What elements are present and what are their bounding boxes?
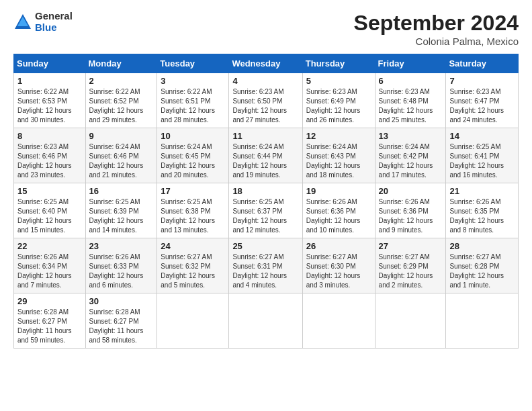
calendar-cell: 26Sunrise: 6:27 AM Sunset: 6:30 PM Dayli… (302, 238, 375, 293)
calendar-cell (446, 293, 519, 349)
day-number: 9 (89, 131, 154, 141)
day-number: 18 (232, 186, 298, 196)
calendar-cell: 11Sunrise: 6:24 AM Sunset: 6:44 PM Dayli… (229, 128, 302, 183)
day-info: Sunrise: 6:25 AM Sunset: 6:39 PM Dayligh… (89, 197, 154, 235)
day-number: 14 (449, 131, 515, 141)
calendar-cell: 22Sunrise: 6:26 AM Sunset: 6:34 PM Dayli… (14, 238, 86, 293)
calendar-cell: 6Sunrise: 6:23 AM Sunset: 6:48 PM Daylig… (375, 73, 446, 128)
day-number: 11 (232, 131, 298, 141)
calendar-cell: 18Sunrise: 6:25 AM Sunset: 6:37 PM Dayli… (229, 183, 302, 238)
day-info: Sunrise: 6:24 AM Sunset: 6:44 PM Dayligh… (232, 142, 298, 180)
title-block: September 2024 Colonia Palma, Mexico (354, 11, 519, 47)
day-info: Sunrise: 6:24 AM Sunset: 6:46 PM Dayligh… (89, 142, 154, 180)
header-tuesday: Tuesday (157, 54, 229, 73)
header-monday: Monday (85, 54, 157, 73)
calendar-cell: 27Sunrise: 6:27 AM Sunset: 6:29 PM Dayli… (375, 238, 446, 293)
day-number: 27 (379, 241, 443, 251)
day-number: 24 (161, 241, 225, 251)
calendar-title: September 2024 (354, 11, 519, 36)
day-info: Sunrise: 6:26 AM Sunset: 6:34 PM Dayligh… (17, 253, 82, 290)
header-thursday: Thursday (302, 54, 375, 73)
day-number: 7 (449, 76, 515, 86)
day-number: 2 (89, 76, 154, 86)
day-number: 30 (89, 296, 154, 306)
day-info: Sunrise: 6:28 AM Sunset: 6:27 PM Dayligh… (17, 308, 82, 345)
logo: General Blue (13, 11, 73, 33)
day-number: 8 (17, 131, 82, 141)
logo-blue: Blue (35, 22, 73, 34)
calendar-cell: 5Sunrise: 6:23 AM Sunset: 6:49 PM Daylig… (302, 73, 375, 128)
calendar-cell: 28Sunrise: 6:27 AM Sunset: 6:28 PM Dayli… (446, 238, 519, 293)
day-info: Sunrise: 6:26 AM Sunset: 6:35 PM Dayligh… (449, 197, 515, 235)
day-number: 20 (379, 186, 443, 196)
day-number: 22 (17, 241, 82, 251)
day-number: 29 (17, 296, 82, 306)
day-info: Sunrise: 6:22 AM Sunset: 6:52 PM Dayligh… (89, 87, 154, 125)
calendar-subtitle: Colonia Palma, Mexico (354, 36, 519, 47)
day-number: 21 (449, 186, 515, 196)
day-info: Sunrise: 6:24 AM Sunset: 6:42 PM Dayligh… (379, 142, 443, 180)
day-number: 15 (17, 186, 82, 196)
day-info: Sunrise: 6:22 AM Sunset: 6:53 PM Dayligh… (17, 87, 82, 125)
day-info: Sunrise: 6:26 AM Sunset: 6:36 PM Dayligh… (306, 197, 371, 235)
day-number: 17 (161, 186, 225, 196)
day-number: 16 (89, 186, 154, 196)
calendar-cell: 14Sunrise: 6:25 AM Sunset: 6:41 PM Dayli… (446, 128, 519, 183)
day-info: Sunrise: 6:27 AM Sunset: 6:29 PM Dayligh… (379, 253, 443, 290)
day-number: 4 (232, 76, 298, 86)
day-number: 10 (161, 131, 225, 141)
header-saturday: Saturday (446, 54, 519, 73)
day-info: Sunrise: 6:26 AM Sunset: 6:33 PM Dayligh… (89, 253, 154, 290)
logo-icon (13, 13, 32, 32)
day-info: Sunrise: 6:26 AM Sunset: 6:36 PM Dayligh… (379, 197, 443, 235)
header-row: Sunday Monday Tuesday Wednesday Thursday… (14, 54, 519, 73)
day-number: 19 (306, 186, 371, 196)
day-number: 6 (379, 76, 443, 86)
calendar-cell: 3Sunrise: 6:22 AM Sunset: 6:51 PM Daylig… (157, 73, 229, 128)
header-friday: Friday (375, 54, 446, 73)
calendar-cell: 16Sunrise: 6:25 AM Sunset: 6:39 PM Dayli… (85, 183, 157, 238)
day-info: Sunrise: 6:27 AM Sunset: 6:30 PM Dayligh… (306, 253, 371, 290)
calendar-cell: 13Sunrise: 6:24 AM Sunset: 6:42 PM Dayli… (375, 128, 446, 183)
day-info: Sunrise: 6:25 AM Sunset: 6:40 PM Dayligh… (17, 197, 82, 235)
day-number: 12 (306, 131, 371, 141)
calendar-body: 1Sunrise: 6:22 AM Sunset: 6:53 PM Daylig… (14, 73, 519, 349)
logo-text: General Blue (35, 11, 73, 33)
calendar-cell: 9Sunrise: 6:24 AM Sunset: 6:46 PM Daylig… (85, 128, 157, 183)
day-number: 5 (306, 76, 371, 86)
calendar-cell: 25Sunrise: 6:27 AM Sunset: 6:31 PM Dayli… (229, 238, 302, 293)
day-info: Sunrise: 6:28 AM Sunset: 6:27 PM Dayligh… (89, 308, 154, 345)
day-info: Sunrise: 6:23 AM Sunset: 6:49 PM Dayligh… (306, 87, 371, 125)
day-info: Sunrise: 6:22 AM Sunset: 6:51 PM Dayligh… (161, 87, 225, 125)
calendar-week-2: 8Sunrise: 6:23 AM Sunset: 6:46 PM Daylig… (14, 128, 519, 183)
day-number: 26 (306, 241, 371, 251)
logo-general: General (35, 11, 73, 22)
day-number: 1 (17, 76, 82, 86)
day-number: 23 (89, 241, 154, 251)
calendar-week-4: 22Sunrise: 6:26 AM Sunset: 6:34 PM Dayli… (14, 238, 519, 293)
calendar-cell: 10Sunrise: 6:24 AM Sunset: 6:45 PM Dayli… (157, 128, 229, 183)
day-info: Sunrise: 6:27 AM Sunset: 6:28 PM Dayligh… (449, 253, 515, 290)
day-number: 13 (379, 131, 443, 141)
calendar-cell: 8Sunrise: 6:23 AM Sunset: 6:46 PM Daylig… (14, 128, 86, 183)
calendar-week-1: 1Sunrise: 6:22 AM Sunset: 6:53 PM Daylig… (14, 73, 519, 128)
day-number: 25 (232, 241, 298, 251)
calendar-cell: 23Sunrise: 6:26 AM Sunset: 6:33 PM Dayli… (85, 238, 157, 293)
day-info: Sunrise: 6:25 AM Sunset: 6:37 PM Dayligh… (232, 197, 298, 235)
day-info: Sunrise: 6:23 AM Sunset: 6:47 PM Dayligh… (449, 87, 515, 125)
calendar-header: Sunday Monday Tuesday Wednesday Thursday… (14, 54, 519, 73)
header: General Blue September 2024 Colonia Palm… (13, 11, 519, 47)
calendar-week-5: 29Sunrise: 6:28 AM Sunset: 6:27 PM Dayli… (14, 293, 519, 349)
day-info: Sunrise: 6:25 AM Sunset: 6:38 PM Dayligh… (161, 197, 225, 235)
calendar-cell: 2Sunrise: 6:22 AM Sunset: 6:52 PM Daylig… (85, 73, 157, 128)
calendar-cell (302, 293, 375, 349)
calendar-cell: 30Sunrise: 6:28 AM Sunset: 6:27 PM Dayli… (85, 293, 157, 349)
day-info: Sunrise: 6:24 AM Sunset: 6:45 PM Dayligh… (161, 142, 225, 180)
calendar-week-3: 15Sunrise: 6:25 AM Sunset: 6:40 PM Dayli… (14, 183, 519, 238)
calendar-cell (375, 293, 446, 349)
calendar-table: Sunday Monday Tuesday Wednesday Thursday… (13, 54, 519, 349)
day-info: Sunrise: 6:24 AM Sunset: 6:43 PM Dayligh… (306, 142, 371, 180)
calendar-cell: 21Sunrise: 6:26 AM Sunset: 6:35 PM Dayli… (446, 183, 519, 238)
day-info: Sunrise: 6:27 AM Sunset: 6:32 PM Dayligh… (161, 253, 225, 290)
day-number: 3 (161, 76, 225, 86)
